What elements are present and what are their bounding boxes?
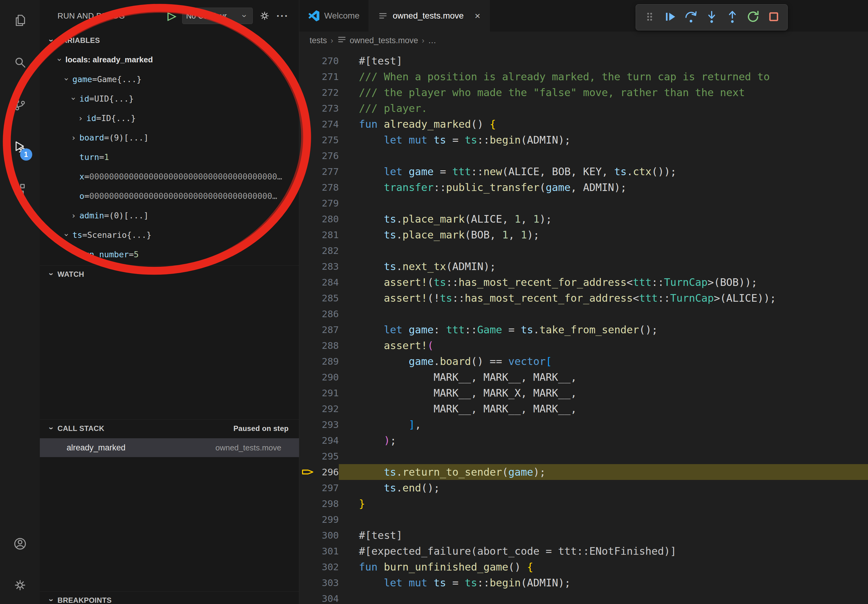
code-line[interactable]: 298} (299, 496, 868, 511)
watch-section-header[interactable]: › WATCH (40, 265, 299, 283)
code-line[interactable]: 290 MARK__, MARK__, MARK__, (299, 369, 868, 385)
line-number[interactable]: 275 (317, 132, 339, 148)
step-out-button[interactable] (724, 9, 741, 26)
code-line[interactable]: 294 ); (299, 432, 868, 448)
code-line[interactable]: 271/// When a position is already marked… (299, 69, 868, 85)
line-number[interactable]: 292 (317, 401, 339, 417)
chevron-right-icon[interactable]: › (75, 113, 86, 123)
code-line[interactable]: 280 ts.place_mark(ALICE, 1, 1); (299, 211, 868, 227)
code-line[interactable]: 296 ts.return_to_sender(game); (299, 464, 868, 480)
debug-config-dropdown[interactable]: No Configur › (182, 8, 253, 24)
stop-button[interactable] (765, 9, 783, 26)
variable-row[interactable]: ›id = ID{...} (40, 108, 299, 128)
line-number[interactable]: 281 (317, 227, 339, 243)
line-number[interactable]: 273 (317, 101, 339, 116)
chevron-down-icon[interactable]: › (61, 74, 72, 84)
code-line[interactable]: 282 (299, 243, 868, 259)
line-number[interactable]: 293 (317, 417, 339, 432)
code-line[interactable]: 287 let game: ttt::Game = ts.take_from_s… (299, 322, 868, 338)
variable-row[interactable]: ›admin = (0)[...] (40, 206, 299, 225)
chevron-down-icon[interactable]: › (68, 94, 79, 104)
line-number[interactable]: 278 (317, 180, 339, 195)
breadcrumb-item[interactable]: … (428, 36, 436, 45)
code-line[interactable]: 289 game.board() == vector[ (299, 353, 868, 369)
variable-row[interactable]: turn = 1 (40, 147, 299, 167)
line-number[interactable]: 283 (317, 259, 339, 274)
breadcrumb-item[interactable]: owned_tests.move (337, 35, 418, 46)
line-number[interactable]: 294 (317, 432, 339, 448)
line-number[interactable]: 279 (317, 195, 339, 211)
current-frame-marker-icon[interactable] (299, 468, 317, 476)
code-line[interactable]: 274fun already_marked() { (299, 116, 868, 132)
start-debugging-button[interactable]: ▷ (167, 10, 176, 21)
code-line[interactable]: 300#[test] (299, 527, 868, 543)
close-icon[interactable]: × (475, 10, 480, 22)
line-number[interactable]: 280 (317, 211, 339, 227)
activity-item-run-and-debug[interactable]: 1 (7, 135, 33, 161)
call-stack-frame[interactable]: already_markedowned_tests.move (40, 438, 299, 457)
chevron-down-icon[interactable]: › (61, 230, 72, 240)
code-line[interactable]: 286 (299, 306, 868, 322)
activity-item-account[interactable] (7, 531, 33, 558)
variable-row[interactable]: x = 000000000000000000000000000000000000… (40, 167, 299, 186)
line-number[interactable]: 298 (317, 496, 339, 511)
line-number[interactable]: 287 (317, 322, 339, 338)
line-number[interactable]: 271 (317, 69, 339, 85)
line-number[interactable]: 286 (317, 306, 339, 322)
code-line[interactable]: 283 ts.next_tx(ADMIN); (299, 259, 868, 274)
line-number[interactable]: 296 (317, 464, 339, 480)
code-line[interactable]: 301#[expected_failure(abort_code = ttt::… (299, 543, 868, 559)
activity-item-explorer[interactable] (7, 8, 33, 34)
line-number[interactable]: 284 (317, 274, 339, 290)
variable-row[interactable]: ›board = (9)[...] (40, 128, 299, 147)
line-number[interactable]: 302 (317, 559, 339, 575)
code-line[interactable]: 281 ts.place_mark(BOB, 1, 1); (299, 227, 868, 243)
line-number[interactable]: 291 (317, 385, 339, 401)
activity-item-settings[interactable] (7, 572, 33, 599)
variable-row[interactable]: o = 000000000000000000000000000000000000… (40, 186, 299, 206)
line-number[interactable]: 290 (317, 369, 339, 385)
variable-row[interactable]: ›locals: already_marked (40, 50, 299, 69)
code-line[interactable]: 293 ], (299, 417, 868, 432)
continue-button[interactable] (662, 9, 679, 26)
code-line[interactable]: 285 assert!(!ts::has_most_recent_for_add… (299, 290, 868, 306)
code-line[interactable]: 270#[test] (299, 53, 868, 69)
chevron-down-icon[interactable]: › (54, 55, 65, 65)
code-line[interactable]: 288 assert!( (299, 338, 868, 353)
variable-row[interactable]: ›id = UID{...} (40, 89, 299, 108)
drag-handle-button[interactable] (641, 9, 659, 26)
code-line[interactable]: 303 let mut ts = ts::begin(ADMIN); (299, 575, 868, 591)
code-line[interactable]: 297 ts.end(); (299, 480, 868, 496)
code-line[interactable]: 295 (299, 448, 868, 464)
line-number[interactable]: 303 (317, 575, 339, 591)
line-number[interactable]: 288 (317, 338, 339, 353)
tab-owned-tests-move[interactable]: owned_tests.move× (369, 0, 490, 32)
line-number[interactable]: 276 (317, 148, 339, 164)
line-number[interactable]: 282 (317, 243, 339, 259)
variables-section-header[interactable]: › VARIABLES (40, 32, 299, 49)
code-line[interactable]: 273/// player. (299, 101, 868, 116)
line-number[interactable]: 297 (317, 480, 339, 496)
code-line[interactable]: 304 (299, 591, 868, 604)
line-number[interactable]: 274 (317, 116, 339, 132)
code-line[interactable]: 279 (299, 195, 868, 211)
code-line[interactable]: 278 transfer::public_transfer(game, ADMI… (299, 180, 868, 195)
code-line[interactable]: 284 assert!(ts::has_most_recent_for_addr… (299, 274, 868, 290)
code-line[interactable]: 291 MARK__, MARK_X, MARK__, (299, 385, 868, 401)
line-number[interactable]: 304 (317, 591, 339, 604)
line-number[interactable]: 301 (317, 543, 339, 559)
activity-item-source-control[interactable] (7, 92, 33, 119)
call-stack-section-header[interactable]: › CALL STACK Paused on step (40, 420, 299, 437)
line-number[interactable]: 285 (317, 290, 339, 306)
activity-item-search[interactable] (7, 50, 33, 77)
line-number[interactable]: 270 (317, 53, 339, 69)
code-line[interactable]: 272/// the player who made the "false" m… (299, 85, 868, 101)
debug-gear-icon[interactable] (259, 10, 270, 22)
code-line[interactable]: 275 let mut ts = ts::begin(ADMIN); (299, 132, 868, 148)
code-line[interactable]: 292 MARK__, MARK__, MARK__, (299, 401, 868, 417)
more-actions-icon[interactable]: ··· (276, 11, 288, 21)
line-number[interactable]: 299 (317, 511, 339, 527)
line-number[interactable]: 300 (317, 527, 339, 543)
chevron-right-icon[interactable]: › (68, 133, 79, 142)
line-number[interactable]: 277 (317, 164, 339, 180)
